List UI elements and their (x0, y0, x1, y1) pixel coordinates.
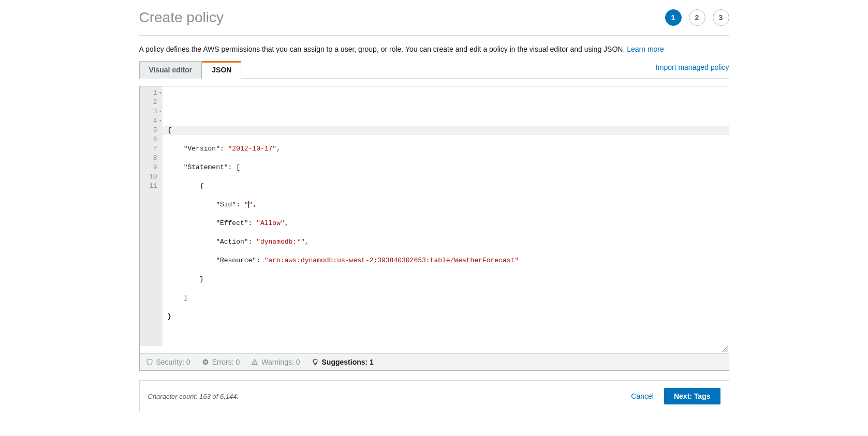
error-icon (202, 358, 209, 366)
tabs: Visual editor JSON (139, 61, 242, 78)
line-number: 2 (140, 98, 157, 107)
line-number: 4 (140, 116, 157, 126)
shield-icon (146, 358, 153, 366)
line-number: 3 (140, 107, 157, 116)
lightbulb-icon (312, 358, 319, 366)
step-1[interactable]: 1 (665, 9, 682, 26)
step-2[interactable]: 2 (689, 9, 705, 26)
svg-point-2 (255, 363, 255, 364)
line-number: 11 (140, 182, 157, 191)
description: A policy defines the AWS permissions tha… (139, 45, 729, 53)
text-cursor (248, 201, 249, 208)
header: Create policy 1 2 3 (139, 9, 729, 36)
character-count: Character count: 163 of 6,144. (148, 393, 239, 400)
tab-json[interactable]: JSON (202, 61, 241, 79)
footer-actions: Cancel Next: Tags (631, 388, 720, 404)
line-number: 8 (140, 154, 157, 163)
footer: Character count: 163 of 6,144. Cancel Ne… (139, 380, 729, 412)
learn-more-link[interactable]: Learn more (627, 45, 664, 53)
step-3[interactable]: 3 (713, 9, 729, 26)
resize-handle[interactable] (722, 346, 728, 352)
description-text: A policy defines the AWS permissions tha… (139, 45, 627, 53)
status-suggestions[interactable]: Suggestions: 1 (312, 358, 374, 366)
cancel-button[interactable]: Cancel (631, 392, 654, 400)
wizard-steps: 1 2 3 (665, 9, 729, 26)
line-number: 1 (140, 88, 157, 98)
status-warnings[interactable]: Warnings: 0 (251, 358, 300, 366)
status-errors[interactable]: Errors: 0 (202, 358, 240, 366)
page-title: Create policy (139, 9, 224, 26)
editor-status-bar: Security: 0 Errors: 0 Warnings: 0 Sugges… (140, 353, 729, 370)
line-number: 5 (140, 126, 157, 135)
json-editor: 1 2 3 4 5 6 7 8 9 10 11 { "Version": "20… (139, 86, 729, 371)
line-number: 7 (140, 144, 157, 154)
line-gutter: 1 2 3 4 5 6 7 8 9 10 11 (140, 86, 163, 346)
line-number: 6 (140, 135, 157, 144)
code-editor[interactable]: 1 2 3 4 5 6 7 8 9 10 11 { "Version": "20… (140, 86, 729, 346)
status-security[interactable]: Security: 0 (146, 358, 190, 366)
code-content: { "Version": "2012-10-17", "Statement": … (168, 116, 729, 340)
next-tags-button[interactable]: Next: Tags (664, 388, 720, 404)
tab-visual-editor[interactable]: Visual editor (139, 61, 202, 79)
warning-icon (251, 358, 258, 366)
line-number: 9 (140, 163, 157, 172)
line-number: 10 (140, 172, 157, 182)
import-managed-policy-link[interactable]: Import managed policy (656, 63, 729, 76)
tab-row: Visual editor JSON Import managed policy (139, 61, 729, 79)
code-area[interactable]: { "Version": "2012-10-17", "Statement": … (163, 86, 729, 346)
